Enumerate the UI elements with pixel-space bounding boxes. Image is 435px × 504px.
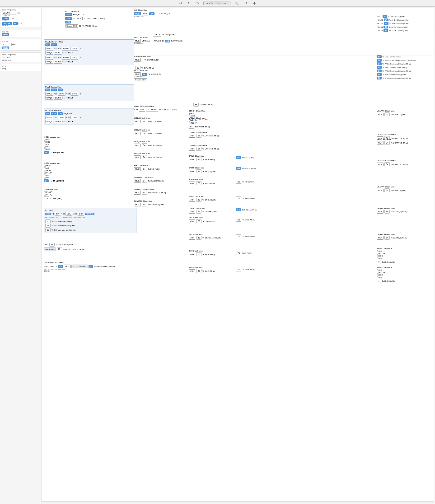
lptim23-val: 64: [196, 134, 201, 138]
axi-output-3: HCLK6 64 To AHB6 Clocks (MHz): [377, 22, 429, 25]
mco1-hse-dot: [44, 141, 46, 143]
dac-section: 3.516 To DAC (MHz): [153, 33, 186, 36]
mco1-section: MCO1 source Mux HSI HSE CSI LSI LSE: [44, 136, 110, 154]
apb2-val: 64: [377, 70, 382, 72]
dsi-txbyte-val: 60: [45, 228, 51, 232]
spi13-val: 64: [196, 158, 201, 161]
usart6-section: USART6 Clock Mux MUX 64 To USART6 (MHz): [377, 186, 429, 192]
rtc-enable-css[interactable]: Enable CSS: [65, 24, 78, 27]
undo-button[interactable]: ↺: [178, 1, 183, 6]
lptim45-mux: MUX: [189, 147, 195, 151]
axi-mux-box: MUX: [142, 12, 149, 15]
mcu-mux-section: MCU Clock Mux MUX 64 / 1 MCUSS_Ck 209 MH…: [134, 70, 215, 81]
redo-button[interactable]: ↻: [186, 1, 192, 6]
eth-pll4p-dot: [44, 191, 46, 193]
lptim23-mux: MUX: [189, 134, 195, 138]
caper-mux-section: CAPER Clock Mux MUX → To CKPER (MHz): [134, 55, 181, 62]
apb2t-val: 64: [377, 73, 382, 76]
i2c35-val: 54: [142, 131, 147, 135]
uart9-section: UART7,9 Clock Mux MUX 64 To UART7,9 (MHz…: [377, 233, 429, 240]
sm3-output: 75 SAI3 (MHz): [236, 251, 284, 255]
usart6-val: 64: [384, 189, 390, 192]
lptim45-val: 64: [196, 147, 201, 151]
mcu-outputs: 64 To MCU Clocks (MHz) 64 To AHB1,2,3,4 …: [377, 55, 429, 80]
quadspi-section: QUADSP1 Clock Mux MUX 64 To QUAD5PI (MHz…: [134, 176, 181, 183]
uart78-val: 64: [384, 210, 390, 214]
usart1-mux: MUX: [377, 113, 383, 116]
apb1-val: 64: [377, 63, 382, 65]
fmc-section: FMC Clock Mux MUX 64 To FMC (MHz): [134, 164, 181, 171]
spi23-section: SPI2,3 Clock Mux MUX 25 To SPI2,3 (MHz): [189, 195, 236, 202]
reset-button[interactable]: ↺: [243, 1, 249, 6]
rng2-section: RNG2 Clock Mux CSI PLL4R LSE LSI 4 To RN…: [377, 267, 429, 283]
spi6-section: SPI6 Clock Mux MUX 64 To USART3,5 (MHz): [377, 138, 429, 145]
stgen-hse-dot: [189, 115, 190, 117]
sm3-mux: MUX: [189, 253, 195, 256]
fdcan-output: 64 To FDCAN (MHz): [236, 208, 284, 211]
axi-output-4: PCLK4 64 To APB4 Clocks (MHz): [377, 26, 429, 28]
divn2-box: DIVN2: [62, 56, 70, 60]
spdif-section: SPDIF Clock Mux MUX 94 To SPDIF (MHz): [134, 153, 181, 159]
csi-freq-field[interactable]: [2, 43, 12, 46]
ddrc-section: PLL2 45 To DDRC clock(MHz) DDRPHYC 75 To…: [44, 243, 115, 251]
spi13-section: SPI1,3 Clock Mux MUX 64 To SPI1 (MHz): [189, 155, 236, 161]
sdmmc12-section: SDMMC1,2 Clock Mux MUX 54 To SDMMC1,2 (M…: [134, 188, 181, 195]
pll12-hse: HSE: [51, 44, 57, 46]
axi-hse: HSE: [134, 12, 141, 15]
zoom-button[interactable]: ⊕: [252, 1, 257, 6]
pll4-hsi: HSI: [45, 112, 50, 115]
input-freq-field-1[interactable]: [2, 11, 16, 15]
left-panel: Input Frequency kHz 0.1000 kHz LSE LSI 3…: [1, 8, 41, 502]
fmc-mux: MUX: [134, 167, 141, 171]
mco2-mpu-dot: [44, 165, 46, 167]
toolbar: ↺ ↻ ↻ Resolve Clock Issues 🔍 ↺ ⊕: [0, 0, 435, 7]
gpu-val: 32: [135, 66, 140, 70]
mcu-enable-cds[interactable]: Enable CDS: [134, 78, 147, 81]
spi45-section: SPI4,5 Clock Mux MUX 64 To SPI4,3 (MHz): [189, 167, 236, 173]
i2c46-section: I2C4,6 Clock Mux MUX 54 To I2C4,6 (MHz): [134, 141, 181, 147]
xdc-mux: MUX: [189, 181, 195, 185]
divr2-box: DIVR2: [54, 60, 62, 63]
dsi-techless-val: 16: [45, 224, 51, 228]
divp1-box: DIVP1: [71, 47, 78, 51]
dsi-pixel-val: 60: [45, 219, 51, 223]
hse-input-chip: HSE: [2, 46, 9, 49]
uart9-val: 64: [384, 236, 390, 240]
rtc-lsi: LSI: [65, 21, 71, 24]
caper-mux-box: MUX: [134, 58, 141, 62]
ddrphyc-chip: DDRPHYC: [44, 247, 56, 251]
divm1-box: DIVM1: [45, 47, 53, 51]
refresh-button[interactable]: ↻: [195, 1, 200, 6]
uart78-mux: MUX: [377, 210, 383, 214]
axi-output-5: PCLK5 64 To APB5 Clocks (MHz): [377, 29, 429, 32]
sm4-mux: MUX: [189, 269, 195, 273]
u3sb-mux: MUX: [64, 265, 71, 268]
sm2-mux: MUX: [189, 236, 195, 240]
spi43-output: 64 To SPI4,3 (MHz): [236, 167, 279, 170]
apb2t-output: 64 To APB2 Timer clocks (MHz): [377, 73, 429, 76]
eth-val: 25: [44, 197, 49, 200]
sdmmc3-val: 54: [142, 203, 147, 207]
usart35-val: 64: [384, 162, 390, 166]
spi1-output: 64 To SPI1 (MHz): [236, 156, 279, 159]
rng1-section: RNG1 Clock Mux CSI PLL4R LSE LSI 7 To RN…: [377, 247, 429, 264]
spdif-val: 94: [142, 155, 147, 159]
resolve-button[interactable]: Resolve Clock Issues: [203, 1, 230, 5]
search-button[interactable]: 🔍: [233, 1, 240, 6]
sm4-section: SM4 Clock Mux MUX 20 To SAI4 (MHz): [189, 267, 236, 273]
axi-out-val-2: 64: [384, 18, 389, 21]
pll4-section: PLL4 Source Mux HSI HSE CSI I2S_CKIN DIV…: [44, 108, 134, 126]
spi23-mux: MUX: [189, 198, 195, 202]
freq-64-chip: 64: [13, 22, 18, 25]
input-freq-field-2[interactable]: [2, 56, 16, 59]
mco1-lse-dot: [44, 148, 46, 150]
uart78-section: UART7,8 Clock Mux MUX 64 To UART7,9 (MHz…: [377, 207, 429, 214]
pll-dsi-hse: HSE: [45, 213, 51, 215]
mco1-val: 64: [44, 151, 49, 154]
axi-out-val-5: 64: [383, 29, 388, 32]
rtc-hse: HSE: [65, 13, 72, 16]
fdcan-mux: MUX: [189, 210, 195, 214]
mcu-mux-box: MUX: [134, 72, 141, 76]
sm1-section: SM1 Clock Mux MUX 25 To SM1 (MHz): [189, 217, 236, 223]
pll3-section: PLL3 Source Mux HSI HSE CSI DIVM3 / 32 D…: [44, 84, 134, 102]
